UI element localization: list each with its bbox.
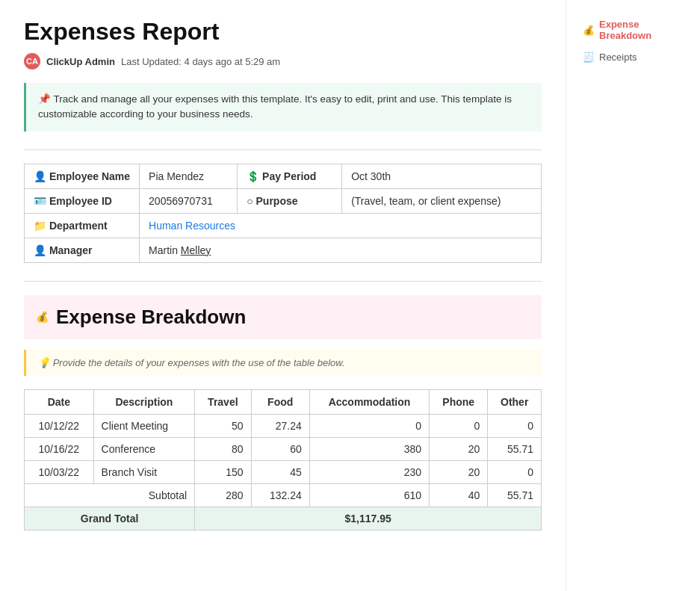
cell-accommodation: 380 [309,437,429,460]
dept-value: Human Resources [140,213,542,238]
manager-label: 👤 Manager [25,238,140,262]
sidebar-icon: 💰 [583,25,595,36]
employee-table: 👤 Employee Name Pia Mendez 💲 Pay Period … [24,164,542,263]
intro-text: Track and manage all your expenses with … [38,93,512,120]
sidebar-item-receipts[interactable]: 🧾Receipts [578,48,688,66]
cell-travel: 50 [195,414,251,437]
expense-section-heading: 💰 Expense Breakdown [24,295,542,339]
sidebar-label: Expense Breakdown [599,19,684,41]
emp-id-value: 20056970731 [140,188,238,213]
col-accommodation: Accommodation [309,389,429,414]
table-header-row: Date Description Travel Food Accommodati… [25,389,542,414]
dept-label: 📁 Department [25,213,140,238]
sidebar-icon: 🧾 [583,52,595,63]
cell-date: 10/16/22 [25,437,94,460]
main-content: Expenses Report CA ClickUp Admin Last Up… [0,0,566,591]
col-food: Food [251,389,309,414]
expense-section-icon: 💰 [36,311,49,323]
cell-description: Conference [93,437,195,460]
table-row: 🪪 Employee ID 20056970731 ○ Purpose (Tra… [25,188,542,213]
cell-accommodation: 0 [309,414,429,437]
author-name: ClickUp Admin [46,56,115,67]
subtotal-other: 55.71 [488,483,542,507]
cell-travel: 150 [195,460,251,483]
hint-icon: 💡 [38,357,53,368]
cell-food: 27.24 [251,414,309,437]
grand-total-row: Grand Total $1,117.95 [25,507,542,530]
divider-1 [24,149,542,150]
emp-id-label: 🪪 Employee ID [25,188,140,213]
cell-phone: 0 [430,414,488,437]
table-row: 👤 Employee Name Pia Mendez 💲 Pay Period … [25,164,542,188]
expense-table: Date Description Travel Food Accommodati… [24,389,542,530]
hint-box: 💡 Provide the details of your expenses w… [24,350,542,376]
cell-food: 60 [251,437,309,460]
cell-phone: 20 [430,460,488,483]
cell-date: 10/12/22 [25,414,94,437]
subtotal-accommodation: 610 [309,483,429,507]
cell-phone: 20 [430,437,488,460]
table-row: 10/16/22 Conference 80 60 380 20 55.71 [25,437,542,460]
col-phone: Phone [430,389,488,414]
purpose-label: ○ Purpose [238,188,342,213]
last-updated: Last Updated: 4 days ago at 5:29 am [121,56,280,67]
intro-icon: 📌 [38,93,54,105]
sidebar: 💰Expense Breakdown🧾Receipts [566,0,700,591]
subtotal-phone: 40 [430,483,488,507]
table-row: 👤 Manager Martin Melley [25,238,542,262]
expense-section-title: Expense Breakdown [56,306,246,329]
emp-name-label: 👤 Employee Name [25,164,140,188]
col-date: Date [25,389,94,414]
table-row: 10/12/22 Client Meeting 50 27.24 0 0 0 [25,414,542,437]
cell-description: Branch Visit [93,460,195,483]
cell-travel: 80 [195,437,251,460]
col-description: Description [93,389,195,414]
col-travel: Travel [195,389,251,414]
purpose-value: (Travel, team, or client expense) [342,188,542,213]
cell-other: 0 [488,460,542,483]
hint-text: Provide the details of your expenses wit… [53,357,345,368]
pay-period-value: Oct 30th [342,164,542,188]
table-row: 10/03/22 Branch Visit 150 45 230 20 0 [25,460,542,483]
cell-description: Client Meeting [93,414,195,437]
subtotal-food: 132.24 [251,483,309,507]
col-other: Other [488,389,542,414]
meta-row: CA ClickUp Admin Last Updated: 4 days ag… [24,53,542,69]
grand-total-label: Grand Total [25,507,195,530]
emp-name-value: Pia Mendez [140,164,238,188]
subtotal-travel: 280 [195,483,251,507]
pay-period-label: 💲 Pay Period [238,164,342,188]
cell-food: 45 [251,460,309,483]
table-row: 📁 Department Human Resources [25,213,542,238]
cell-date: 10/03/22 [25,460,94,483]
divider-2 [24,281,542,282]
subtotal-label: Subtotal [25,483,195,507]
sidebar-label: Receipts [599,52,637,63]
intro-box: 📌 Track and manage all your expenses wit… [24,83,542,131]
sidebar-item-expense-breakdown[interactable]: 💰Expense Breakdown [578,15,688,45]
cell-other: 0 [488,414,542,437]
cell-other: 55.71 [488,437,542,460]
cell-accommodation: 230 [309,460,429,483]
subtotal-row: Subtotal 280 132.24 610 40 55.71 [25,483,542,507]
avatar: CA [24,53,40,69]
manager-value: Martin Melley [140,238,542,262]
page-title: Expenses Report [24,18,542,46]
grand-total-value: $1,117.95 [195,507,542,530]
